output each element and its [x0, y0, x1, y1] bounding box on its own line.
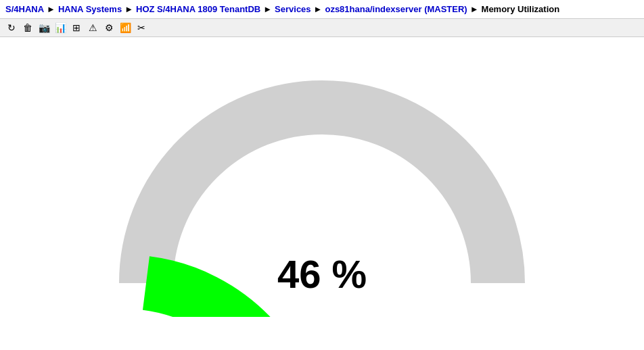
breadcrumb-item-tenantdb[interactable]: HOZ S/4HANA 1809 TenantDB — [136, 4, 260, 14]
table-icon[interactable]: ⊞ — [70, 22, 83, 34]
breadcrumb-separator: ► — [124, 4, 133, 14]
breadcrumb-separator: ► — [47, 4, 55, 14]
breadcrumb-item-memory-util: Memory Utilization — [482, 4, 560, 14]
delete-icon[interactable]: 🗑 — [22, 22, 34, 34]
breadcrumb-separator: ► — [314, 4, 323, 14]
breadcrumb-separator: ► — [263, 4, 272, 14]
gauge-container: 46 % — [85, 67, 559, 317]
gauge-value-label: 46 % — [277, 251, 367, 297]
chart-icon[interactable]: 📊 — [54, 22, 66, 34]
screenshot-icon[interactable]: 📷 — [38, 22, 50, 34]
breadcrumb-item-hana-systems[interactable]: HANA Systems — [58, 4, 122, 14]
breadcrumb-item-s4hana[interactable]: S/4HANA — [5, 4, 44, 14]
toolbar: ↻🗑📷📊⊞⚠⚙📶✂ — [0, 19, 644, 37]
breadcrumb-item-indexserver[interactable]: ozs81hana/indexserver (MASTER) — [325, 4, 467, 14]
alert-icon[interactable]: ⚠ — [87, 22, 99, 34]
wifi-icon[interactable]: 📶 — [119, 22, 131, 34]
breadcrumb-separator: ► — [470, 4, 479, 14]
settings-icon[interactable]: ⚙ — [103, 22, 115, 34]
breadcrumb-item-services[interactable]: Services — [275, 4, 311, 14]
refresh-icon[interactable]: ↻ — [5, 22, 18, 34]
main-content: 46 % — [0, 37, 644, 347]
disconnect-icon[interactable]: ✂ — [135, 22, 147, 34]
breadcrumb: S/4HANA►HANA Systems►HOZ S/4HANA 1809 Te… — [0, 0, 644, 19]
